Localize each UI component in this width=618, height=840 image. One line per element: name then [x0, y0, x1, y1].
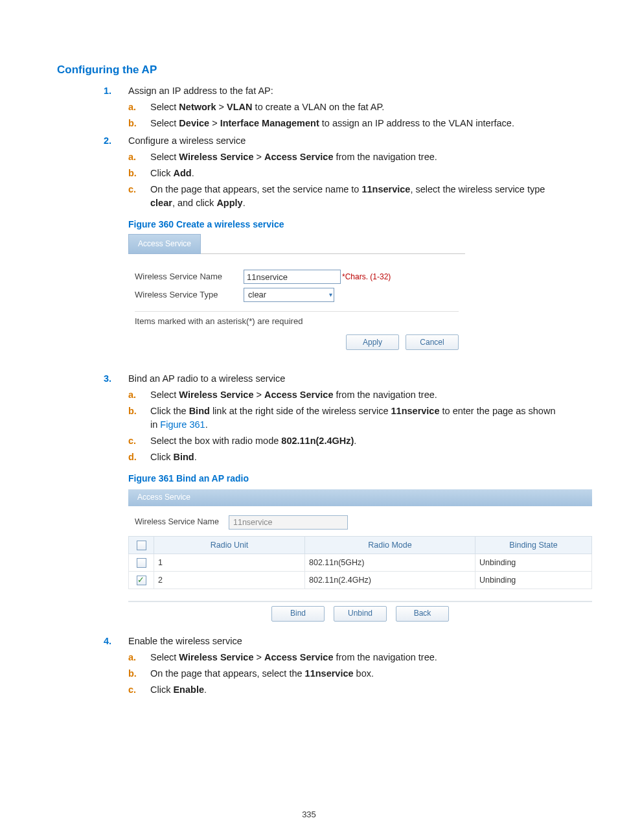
wireless-service-type-select[interactable]: clear ▾ [244, 288, 334, 302]
step-1a: a. Select Network > VLAN to create a VLA… [128, 100, 561, 114]
wireless-service-name-input[interactable] [244, 270, 341, 284]
step-3c: c. Select the box with radio mode 802.11… [128, 434, 561, 448]
figure-360-caption: Figure 360 Create a wireless service [128, 218, 561, 231]
step-4a: a. Select Wireless Service > Access Serv… [128, 651, 561, 664]
step-3-text: Bind an AP radio to a wireless service [128, 373, 285, 384]
section-title: Configuring the AP [57, 0, 561, 84]
figure-361-caption: Figure 361 Bind an AP radio [128, 472, 561, 485]
back-button[interactable]: Back [396, 606, 449, 622]
apply-button[interactable]: Apply [346, 334, 399, 350]
cell-radio-unit: 1 [154, 554, 305, 571]
step-2c: c. On the page that appears, set the ser… [128, 183, 561, 210]
step-4-marker: 4. [104, 635, 111, 648]
figure-360: Access Service Wireless Service Name *Ch… [128, 235, 465, 355]
step-2: 2. Configure a wireless service a. Selec… [104, 134, 561, 355]
cancel-button[interactable]: Cancel [406, 334, 459, 350]
bind-button[interactable]: Bind [271, 606, 325, 622]
step-1b: b. Select Device > Interface Management … [128, 117, 561, 130]
step-4-text: Enable the wireless service [128, 636, 242, 646]
row-checkbox[interactable] [137, 558, 146, 568]
tab-access-service-2[interactable]: Access Service [128, 489, 200, 506]
chars-hint: *Chars. (1-32) [342, 272, 391, 283]
cell-radio-unit: 2 [154, 571, 305, 589]
step-2-marker: 2. [104, 134, 111, 148]
tab-access-service[interactable]: Access Service [128, 234, 201, 254]
step-3-marker: 3. [104, 372, 111, 386]
radio-table: Radio Unit Radio Mode Binding State 1 80… [128, 536, 592, 589]
step-3b: b. Click the Bind link at the right side… [128, 404, 561, 432]
step-1: 1. Assign an IP address to the fat AP: a… [104, 84, 561, 130]
row-checkbox[interactable] [137, 576, 146, 585]
step-1a-marker: a. [128, 100, 136, 114]
step-2-text: Configure a wireless service [128, 135, 246, 146]
th-radio-unit: Radio Unit [154, 536, 305, 554]
table-row: 2 802.11n(2.4GHz) Unbinding [129, 571, 592, 589]
step-3a: a. Select Wireless Service > Access Serv… [128, 388, 561, 402]
wireless-service-name-label-2: Wireless Service Name [135, 517, 229, 527]
table-row: 1 802.11n(5GHz) Unbinding [129, 554, 592, 571]
chevron-down-icon: ▾ [329, 290, 332, 300]
cell-binding-state: Unbinding [475, 554, 592, 571]
wireless-service-name-readonly [229, 515, 348, 530]
th-binding-state: Binding State [475, 536, 592, 554]
cell-radio-mode: 802.11n(2.4GHz) [305, 571, 475, 589]
step-3d: d. Click Bind. [128, 450, 561, 464]
step-1-text: Assign an IP address to the fat AP: [128, 86, 273, 96]
figure-361: Access Service Wireless Service Name Rad… [128, 489, 592, 622]
step-4: 4. Enable the wireless service a. Select… [104, 635, 561, 697]
page-number: 335 [0, 810, 618, 819]
step-4c: c. Click Enable. [128, 683, 561, 697]
step-1b-marker: b. [128, 117, 137, 130]
unbind-button[interactable]: Unbind [334, 606, 387, 622]
step-3: 3. Bind an AP radio to a wireless servic… [104, 372, 561, 622]
select-all-checkbox[interactable] [137, 541, 146, 550]
wireless-service-name-label: Wireless Service Name [135, 271, 244, 283]
cell-radio-mode: 802.11n(5GHz) [305, 554, 475, 571]
figure-361-link[interactable]: Figure 361 [160, 419, 205, 430]
cell-binding-state: Unbinding [475, 571, 592, 589]
step-2b: b. Click Add. [128, 167, 561, 180]
step-4b: b. On the page that appears, select the … [128, 667, 561, 681]
th-radio-mode: Radio Mode [305, 536, 475, 554]
wireless-service-type-label: Wireless Service Type [135, 289, 244, 301]
required-note: Items marked with an asterisk(*) are req… [135, 311, 459, 328]
step-1-marker: 1. [104, 84, 111, 98]
step-2a: a. Select Wireless Service > Access Serv… [128, 150, 561, 164]
